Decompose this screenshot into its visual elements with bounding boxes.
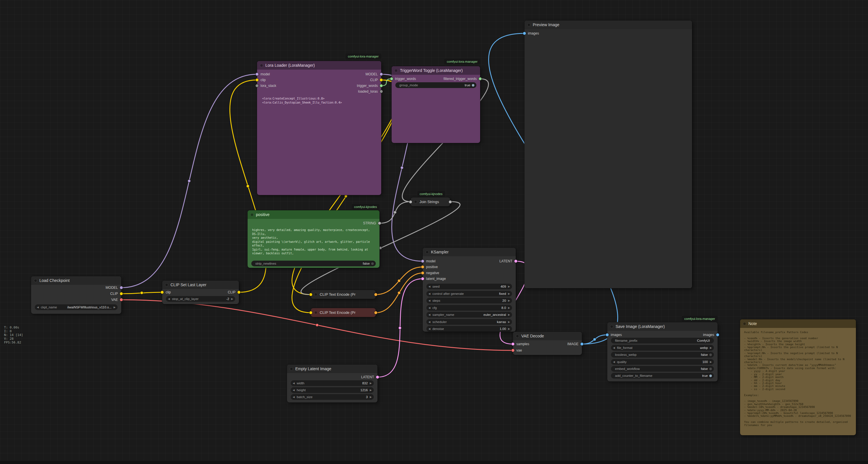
increment-icon[interactable]: ▶ xyxy=(231,298,233,300)
note-text[interactable]: Available filename_prefix Pattern Codes … xyxy=(744,331,854,433)
comfyui-canvas[interactable]: { "stats": ["T: 0.00s", "I: 0", "N: 14 [… xyxy=(0,0,868,464)
output-slot-string[interactable]: STRING xyxy=(363,220,381,226)
widget-control-after-generate[interactable]: ◀ control after generate fixed ▶ xyxy=(426,291,512,297)
input-slot-clip[interactable]: clip xyxy=(256,77,266,83)
collapse-toggle-icon[interactable] xyxy=(34,279,37,282)
input-slot-samples[interactable]: samples xyxy=(512,341,529,347)
collapsed-input-dot[interactable] xyxy=(409,201,412,203)
node-header[interactable]: Save Image (LoraManager) xyxy=(607,322,718,331)
widget-quality[interactable]: ◀ quality 100 ▶ xyxy=(611,359,714,365)
node-clip-set-last-layer[interactable]: CLIP Set Last Layer clip CLIP ◀ stop_at_… xyxy=(162,281,239,304)
images-input-dot[interactable] xyxy=(523,32,526,35)
clip-input-dot[interactable] xyxy=(256,79,258,81)
widget-steps[interactable]: ◀ steps 20 ▶ xyxy=(426,298,512,303)
node-header[interactable]: Preview Image xyxy=(524,21,692,29)
decrement-icon[interactable]: ◀ xyxy=(428,307,430,309)
output-slot-latent[interactable]: LATENT xyxy=(499,258,517,264)
collapse-toggle-icon[interactable] xyxy=(743,322,746,325)
node-header[interactable]: positive xyxy=(248,210,379,219)
increment-icon[interactable]: ▶ xyxy=(710,361,712,363)
image-output-dot[interactable] xyxy=(581,343,583,346)
collapse-toggle-icon[interactable] xyxy=(414,200,417,203)
input-slot-clip[interactable]: clip xyxy=(161,289,171,295)
toggle-indicator-icon[interactable] xyxy=(371,262,374,265)
widget-group-mode[interactable]: group_mode true xyxy=(395,82,476,88)
widget-cfg[interactable]: ◀ cfg 8.0 ▶ xyxy=(426,305,512,311)
collapse-toggle-icon[interactable] xyxy=(165,283,168,287)
toggle-indicator-icon[interactable] xyxy=(709,368,712,370)
decrement-icon[interactable]: ◀ xyxy=(293,389,295,392)
widget-filename-prefix[interactable]: filename_prefix ComfyUI xyxy=(611,338,714,344)
collapse-toggle-icon[interactable] xyxy=(314,311,317,314)
node-lora-loader[interactable]: Lora Loader (LoraManager) model clip lor… xyxy=(257,61,381,195)
lora-syntax-text[interactable]: <lora:CreateConcept_Illustrious:0.8> <lo… xyxy=(262,97,377,105)
widget-batch-size[interactable]: ◀ batch_size 3 ▶ xyxy=(291,394,374,400)
input-slot-latent-image[interactable]: latent_image xyxy=(421,276,446,282)
node-preview-image[interactable]: Preview Image images xyxy=(524,21,692,288)
latent-input-dot[interactable] xyxy=(421,277,424,280)
vae-output-dot[interactable] xyxy=(120,298,123,301)
model-input-dot[interactable] xyxy=(256,73,258,76)
images-output-dot[interactable] xyxy=(716,334,719,336)
next-value-icon[interactable]: ▶ xyxy=(508,314,510,316)
output-slot-clip[interactable]: CLIP xyxy=(370,77,383,83)
input-slot-vae[interactable]: vae xyxy=(512,348,522,353)
collapsed-output-dot[interactable] xyxy=(374,311,377,314)
widget-embed-workflow[interactable]: embed_workflow false xyxy=(611,366,714,372)
input-slot-positive[interactable]: positive xyxy=(421,264,438,270)
node-header[interactable]: Empty Latent Image xyxy=(287,365,377,373)
node-ksampler[interactable]: KSampler model positive negative latent_… xyxy=(423,248,516,332)
input-slot-images[interactable]: images xyxy=(523,30,539,36)
node-header[interactable]: Load Checkpoint xyxy=(31,276,121,285)
widget-sampler-name[interactable]: ◀ sampler_name euler_ancestral ▶ xyxy=(426,312,512,318)
loaded-loras-output-dot[interactable] xyxy=(380,90,383,93)
output-slot-filtered-trigger-words[interactable]: filtered_trigger_words xyxy=(444,76,482,82)
samples-input-dot[interactable] xyxy=(512,343,514,346)
model-output-dot[interactable] xyxy=(120,286,123,289)
collapse-toggle-icon[interactable] xyxy=(290,367,293,371)
decrement-icon[interactable]: ◀ xyxy=(293,396,295,399)
node-triggerword-toggle[interactable]: TriggerWord Toggle (LoraManager) trigger… xyxy=(392,66,480,143)
positive-input-dot[interactable] xyxy=(421,265,424,268)
collapse-toggle-icon[interactable] xyxy=(260,64,263,67)
collapse-toggle-icon[interactable] xyxy=(314,293,317,296)
decrement-icon[interactable]: ◀ xyxy=(293,382,295,385)
next-value-icon[interactable]: ▶ xyxy=(508,321,510,323)
node-header[interactable]: Lora Loader (LoraManager) xyxy=(257,61,381,69)
vae-input-dot[interactable] xyxy=(512,349,514,352)
images-input-dot[interactable] xyxy=(606,334,609,336)
collapse-toggle-icon[interactable] xyxy=(527,23,530,26)
model-output-dot[interactable] xyxy=(380,73,383,76)
next-value-icon[interactable]: ▶ xyxy=(114,306,116,309)
latent-output-dot[interactable] xyxy=(376,376,379,379)
input-slot-trigger-words[interactable]: trigger_words xyxy=(390,76,416,82)
increment-icon[interactable]: ▶ xyxy=(508,285,510,288)
output-slot-trigger-words[interactable]: trigger_words xyxy=(357,83,383,89)
node-header[interactable]: Note xyxy=(740,319,856,328)
collapsed-output-dot[interactable] xyxy=(374,293,377,296)
model-input-dot[interactable] xyxy=(421,260,424,263)
lora-stack-input-dot[interactable] xyxy=(256,84,258,87)
widget-height[interactable]: ◀ height 1216 ▶ xyxy=(291,387,374,393)
toggle-indicator-icon[interactable] xyxy=(472,84,474,87)
increment-icon[interactable]: ▶ xyxy=(370,396,372,399)
decrement-icon[interactable]: ◀ xyxy=(428,299,430,302)
node-load-checkpoint[interactable]: Load Checkpoint MODEL CLIP VAE ◀ ckpt_na… xyxy=(31,276,121,314)
output-slot-model[interactable]: MODEL xyxy=(105,285,123,291)
output-slot-model[interactable]: MODEL xyxy=(365,71,383,77)
next-value-icon[interactable]: ▶ xyxy=(710,347,712,349)
widget-ckpt-name[interactable]: ◀ ckpt_name ilwaiNSFWIllustrious_v110.s.… xyxy=(35,304,118,310)
trigger-words-output-dot[interactable] xyxy=(380,84,383,87)
output-slot-clip[interactable]: CLIP xyxy=(110,291,123,297)
increment-icon[interactable]: ▶ xyxy=(508,299,510,302)
prev-value-icon[interactable]: ◀ xyxy=(428,321,430,323)
filtered-trigger-words-output-dot[interactable] xyxy=(479,77,482,80)
node-header[interactable]: CLIP Set Last Layer xyxy=(162,281,239,289)
collapse-toggle-icon[interactable] xyxy=(516,335,519,338)
node-note[interactable]: Note Available filename_prefix Pattern C… xyxy=(740,319,856,435)
next-value-icon[interactable]: ▶ xyxy=(508,293,510,295)
string-output-dot[interactable] xyxy=(378,222,381,225)
output-slot-clip[interactable]: CLIP xyxy=(228,289,240,295)
widget-width[interactable]: ◀ width 832 ▶ xyxy=(291,380,374,386)
prompt-text[interactable]: highres, very detailed, amazing quality,… xyxy=(252,228,376,256)
